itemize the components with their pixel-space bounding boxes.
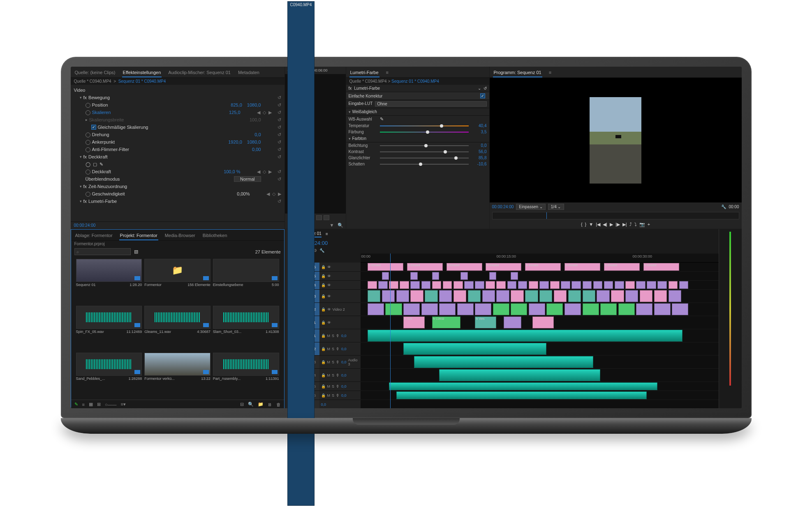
filter-icon[interactable]: ▧ <box>134 249 138 254</box>
find-icon[interactable]: 🔍 <box>248 402 254 407</box>
fx-lumetri-row[interactable]: fx Lumetri-Farbe↺ <box>74 198 281 205</box>
timeline-clip[interactable] <box>403 343 546 355</box>
srcmon-clip-name[interactable]: C0940.MP4 <box>287 67 315 408</box>
timeline-clip[interactable] <box>529 303 545 315</box>
pen-icon[interactable]: ✎ <box>74 402 78 407</box>
timeline-clip[interactable]: fx Einstell <box>525 263 561 271</box>
prop-antiflimmer[interactable]: Anti-Flimmer-Filter0,00↺ <box>74 146 281 153</box>
play-icon[interactable]: ▶ <box>610 222 613 227</box>
program-ruler[interactable] <box>492 212 739 219</box>
prop-position[interactable]: Position825,01080,0↺ <box>74 101 281 109</box>
playhead[interactable] <box>390 263 391 408</box>
timeline-clip[interactable] <box>511 290 523 302</box>
timeline-clip[interactable] <box>583 290 595 302</box>
frame-back-icon[interactable]: ◀| <box>603 222 607 227</box>
add-marker-icon[interactable]: ▼ <box>589 222 593 227</box>
wrench-icon[interactable]: 🔧 <box>721 205 726 209</box>
prop-speed[interactable]: Geschwindigkeit0,00%◀◇▶ <box>74 190 281 198</box>
source-sequence-link[interactable]: Sequenz 01 * C0940.MP4 <box>118 79 166 84</box>
list-view-icon[interactable]: ≡ <box>82 402 85 407</box>
mask-tools[interactable]: ◯▢✎ <box>74 160 281 168</box>
timeline-clip[interactable] <box>636 303 652 315</box>
timeline-clip[interactable] <box>529 281 538 289</box>
timeline-clip[interactable] <box>654 290 667 302</box>
timeline-clip[interactable] <box>583 281 592 289</box>
timeline-clip[interactable]: fx Vers <box>475 316 496 328</box>
tab-audio-mixer[interactable]: Audioclip-Mischer: Sequenz 01 <box>167 68 231 77</box>
tab-lumetri[interactable]: Lumetri-Farbe <box>349 68 379 77</box>
timeline-clip[interactable] <box>604 281 613 289</box>
timeline-clip[interactable] <box>460 272 467 280</box>
slider-exposure[interactable]: Belichtung0,0 <box>346 142 489 149</box>
program-preview[interactable] <box>490 78 742 202</box>
timeline-clip[interactable] <box>400 281 409 289</box>
new-bin-icon[interactable]: 📁 <box>258 402 264 407</box>
project-bin[interactable]: Part_Assembly...1:11391 <box>213 353 279 397</box>
timeline-clip[interactable] <box>657 281 667 289</box>
timeline-clip[interactable] <box>453 281 463 289</box>
fit-dropdown[interactable]: Einpassen ⌄ <box>516 204 545 210</box>
timeline-clip[interactable] <box>539 290 552 302</box>
timeline-clip[interactable] <box>654 303 671 315</box>
timeline-clip[interactable] <box>421 303 438 315</box>
trash-icon[interactable]: 🗑 <box>276 402 281 407</box>
timeline-clip[interactable] <box>396 290 409 302</box>
srcmon-btn4[interactable] <box>324 215 329 220</box>
timeline-clip[interactable] <box>396 391 647 399</box>
timeline-clip[interactable] <box>625 290 638 302</box>
fx-zeit[interactable]: fx Zeit-Neuzuordnung <box>74 183 281 190</box>
slider-contrast[interactable]: Kontrast56,0 <box>346 149 489 155</box>
timeline-clip[interactable] <box>507 281 517 289</box>
timeline-clip[interactable]: fx NIN <box>403 316 425 328</box>
timeline-clip[interactable] <box>568 290 581 302</box>
tab-bin[interactable]: Ablage: Formentor <box>74 231 113 240</box>
timeline-clip[interactable] <box>486 281 495 289</box>
timeline-clip[interactable] <box>385 303 402 315</box>
timeline-clip[interactable] <box>618 303 635 315</box>
timeline-clip[interactable] <box>550 281 560 289</box>
project-bin[interactable]: Sequenz 011:28.20 <box>76 259 142 303</box>
timeline-clip[interactable] <box>432 281 442 289</box>
timeline-clip[interactable] <box>464 281 474 289</box>
prop-drehung[interactable]: Drehung0,0↺ <box>74 131 281 138</box>
step-back-icon[interactable]: |◀ <box>596 222 600 227</box>
timeline-clip[interactable] <box>410 290 423 302</box>
timeline-clip[interactable] <box>368 303 384 315</box>
timeline-clip[interactable]: fx C0932 <box>432 316 461 328</box>
timeline-clip[interactable] <box>489 272 496 280</box>
timeline-clip[interactable] <box>546 303 563 315</box>
panel-menu-icon[interactable]: ≡ <box>385 68 389 77</box>
playhead[interactable] <box>390 254 391 262</box>
lumetri-seq-link[interactable]: Sequenz 01 * C0940.MP4 <box>391 79 439 84</box>
checkbox-icon[interactable]: ✓ <box>91 125 96 130</box>
section-tone[interactable]: Farbton <box>346 135 489 142</box>
panel-menu-icon[interactable]: ≡ <box>548 68 552 77</box>
zoom-slider[interactable]: ○—— <box>105 402 117 407</box>
timeline-clip[interactable] <box>511 272 518 280</box>
tab-effect-controls[interactable]: Effekteinstellungen <box>122 68 162 77</box>
tab-source[interactable]: Quelle: (keine Clips) <box>74 68 116 77</box>
prop-deckkraft[interactable]: Deckkraft100,0 %◀◇▶↺ <box>74 168 281 175</box>
timeline-clip[interactable] <box>421 281 431 289</box>
timeline-clip[interactable] <box>457 303 474 315</box>
section-whitebalance[interactable]: Weißabgleich <box>346 108 489 116</box>
timeline-clip[interactable] <box>625 281 635 289</box>
timeline-clip[interactable]: fx Einstell <box>564 263 600 271</box>
timeline-clip[interactable] <box>475 303 491 315</box>
timeline-clip[interactable] <box>468 290 481 302</box>
timeline-clip[interactable] <box>539 281 549 289</box>
icon-view-icon[interactable]: ▦ <box>89 402 93 407</box>
timeline-clip[interactable] <box>410 272 417 280</box>
new-item-icon[interactable]: 🗎 <box>268 402 272 407</box>
project-bin[interactable]: Gleams_11.wav4:30687 <box>144 306 211 350</box>
sort-icon[interactable]: ≡▾ <box>121 402 126 407</box>
fx-bewegung[interactable]: fx Bewegung↺ <box>74 94 281 101</box>
project-bin[interactable]: Formentor verkü...13:22 <box>144 353 211 397</box>
timeline-clip[interactable] <box>368 290 380 302</box>
timeline-clip[interactable] <box>410 281 420 289</box>
frame-fwd-icon[interactable]: |▶ <box>615 222 620 227</box>
btn-plus-icon[interactable]: + <box>648 222 650 227</box>
timeline-clip[interactable] <box>414 356 593 368</box>
search-icon[interactable]: 🔍 <box>338 223 343 228</box>
timeline-clip[interactable] <box>597 290 609 302</box>
